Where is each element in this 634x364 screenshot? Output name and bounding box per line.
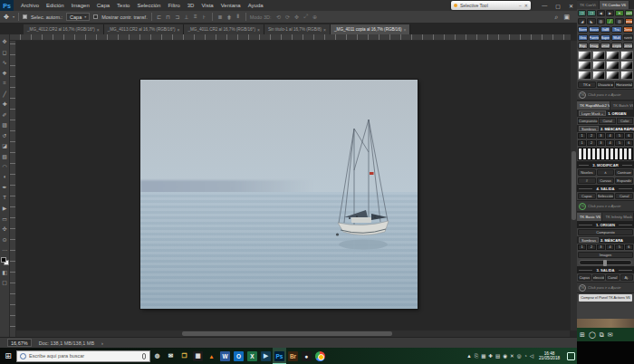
distribute-icon[interactable]: ≣: [216, 14, 224, 20]
microphone-icon[interactable]: [142, 353, 146, 359]
clone-stamp-tool[interactable]: ▨: [0, 120, 10, 130]
show-transform-checkbox[interactable]: [93, 14, 98, 19]
zone-button[interactable]: 4: [606, 140, 614, 146]
sombras-chip[interactable]: Sombras: [579, 237, 599, 243]
menu-item[interactable]: Ayuda: [245, 0, 267, 11]
hint-text[interactable]: Click para ir a Ajuste: [588, 92, 621, 97]
menu-item[interactable]: Edición: [43, 0, 68, 11]
movies-icon[interactable]: ▶: [259, 348, 273, 364]
history-brush-tool[interactable]: ↺: [0, 130, 10, 141]
zone-button[interactable]: 4: [606, 244, 614, 250]
output-button[interactable]: Aj.: [620, 274, 634, 281]
start-button[interactable]: ⊞: [0, 348, 16, 364]
menu-item[interactable]: 3D: [184, 0, 198, 11]
restore-button[interactable]: ▢: [555, 3, 561, 9]
taskbar-icon[interactable]: ◯: [589, 331, 596, 339]
output-button[interactable]: Capas: [578, 274, 591, 281]
menu-item[interactable]: Archivo: [17, 0, 43, 11]
combo-button[interactable]: Suave: [589, 26, 599, 33]
combo-button[interactable]: Contorn: [625, 18, 633, 24]
excel-icon[interactable]: X: [245, 348, 259, 364]
combo-button[interactable]: TK ▸: [578, 81, 596, 88]
zone-button[interactable]: 2: [587, 140, 595, 146]
align-icon[interactable]: ⊏: [156, 14, 163, 20]
hand-tool[interactable]: ✣: [0, 224, 10, 235]
menu-item[interactable]: Vista: [197, 0, 216, 11]
minimize-button[interactable]: —: [542, 3, 547, 8]
mask-thumbnail[interactable]: [620, 71, 634, 80]
opera-icon[interactable]: ●: [300, 348, 313, 364]
tab-close-icon[interactable]: ×: [178, 27, 180, 33]
combo-button[interactable]: Usuario ▸: [597, 81, 615, 88]
combo-button[interactable]: Norm: [578, 26, 588, 33]
modify-button[interactable]: Curvas: [597, 177, 615, 184]
menu-item[interactable]: Imagen: [68, 0, 93, 11]
mask-thumbnail[interactable]: [578, 51, 591, 60]
tray-icon[interactable]: ⎘: [475, 353, 478, 359]
gradient-tool[interactable]: ▧: [0, 151, 10, 162]
distribute-icon[interactable]: ⫴: [235, 14, 242, 20]
auto-select-dropdown[interactable]: Capa ▾: [66, 13, 90, 21]
combo-button[interactable]: ◢: [578, 18, 586, 24]
selective-tool-close-button[interactable]: ✕: [524, 3, 528, 8]
combo-button[interactable]: ▧: [615, 18, 623, 24]
marquee-tool[interactable]: ◻: [0, 47, 10, 58]
zone-button[interactable]: 6: [625, 244, 633, 250]
tab-close-icon[interactable]: ×: [404, 27, 407, 33]
zone-button[interactable]: 3: [597, 133, 605, 139]
zone-button[interactable]: 5: [615, 244, 623, 250]
quick-mask-button[interactable]: ◧: [0, 267, 10, 278]
combo-button[interactable]: ❐: [587, 10, 595, 16]
path-selection-tool[interactable]: ▶: [0, 203, 10, 214]
combo-button[interactable]: ◀: [597, 10, 605, 16]
menu-item[interactable]: Capa: [93, 0, 113, 11]
combo-button[interactable]: Gris: [578, 34, 588, 41]
tray-icon[interactable]: ✕: [510, 353, 514, 359]
panel-tab[interactable]: TK Batch V6: [610, 101, 634, 110]
tray-icon[interactable]: ▤: [495, 353, 500, 359]
mail-icon[interactable]: ✉: [164, 348, 178, 364]
selective-tool-minimize-button[interactable]: −: [519, 3, 522, 8]
tab-close-icon[interactable]: ×: [323, 27, 326, 33]
layer-mask-chip[interactable]: Layer Mask +: [579, 110, 606, 116]
compuesto-button[interactable]: Compuesto: [578, 229, 633, 235]
mask-thumbnail[interactable]: [578, 61, 591, 70]
tray-icon[interactable]: ◎: [517, 353, 522, 359]
zone-button[interactable]: 6: [625, 133, 633, 139]
combo-button[interactable]: ❐: [578, 10, 586, 16]
mask-thumbnail[interactable]: [578, 71, 591, 80]
zone-button[interactable]: 5: [615, 140, 623, 146]
zone-button[interactable]: 2: [587, 244, 595, 250]
document-tab[interactable]: _MG_4011.CR2 al 16,7% (RGB/16*) ×: [184, 24, 264, 34]
vlc-icon[interactable]: ▲: [205, 348, 218, 364]
vertical-scrollbar[interactable]: [571, 41, 577, 330]
modify-button[interactable]: #: [578, 177, 596, 184]
combo-button[interactable]: Aceptar: [611, 43, 621, 49]
combo-button[interactable]: Imag.: [589, 43, 599, 49]
tray-icon[interactable]: ◉: [503, 353, 507, 359]
hint-text[interactable]: Click para ir a Ajuste: [588, 285, 621, 290]
document-tab[interactable]: Sin título-1 al 16,7% (RGB/8) ×: [264, 24, 331, 34]
horizontal-scrollbar[interactable]: [16, 330, 570, 337]
mask-thumbnail[interactable]: [592, 51, 606, 60]
foreground-color-swatch[interactable]: [1, 257, 6, 263]
zone-button[interactable]: 1: [578, 133, 586, 139]
taskbar-icon[interactable]: ✉: [608, 331, 613, 339]
eyedropper-tool[interactable]: ╱: [0, 89, 10, 100]
combo-button[interactable]: Clonar: [623, 26, 633, 33]
combo-button[interactable]: Super: [600, 34, 610, 41]
selective-tool-window[interactable]: Selective Tool − ✕: [451, 1, 531, 10]
pen-tool[interactable]: ✒: [0, 182, 10, 193]
workspace-switcher-icon[interactable]: ▣: [563, 14, 570, 21]
zoom-tool[interactable]: ⊙: [0, 235, 10, 245]
outlook-icon[interactable]: O: [232, 348, 245, 364]
crop-tool[interactable]: ⌗: [0, 78, 10, 89]
zone-button[interactable]: 4: [606, 133, 614, 139]
bridge-icon[interactable]: Br: [286, 348, 300, 364]
screen-mode-button[interactable]: ▢: [0, 277, 10, 288]
combo-button[interactable]: Horizontal: [615, 81, 633, 88]
eraser-tool[interactable]: ◪: [0, 140, 10, 151]
brush-tool[interactable]: ✐: [0, 110, 10, 120]
output-button[interactable]: Canal: [606, 274, 620, 281]
tab-close-icon[interactable]: ×: [97, 27, 100, 33]
